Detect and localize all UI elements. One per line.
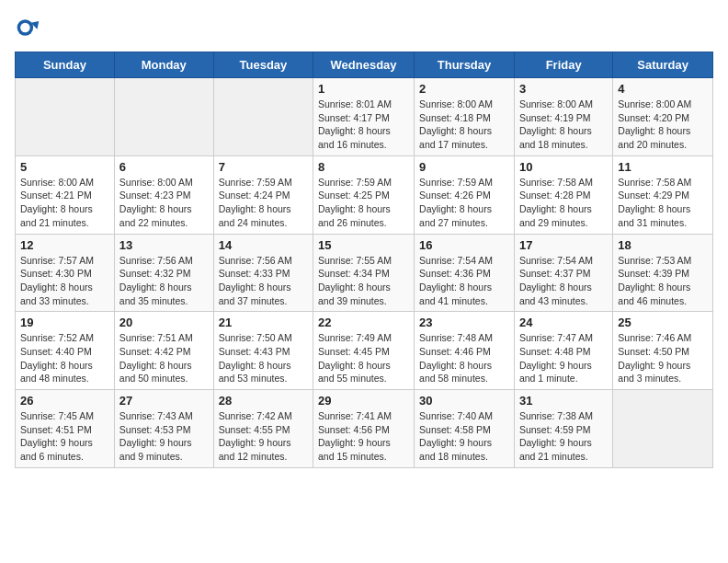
- page-header: [15, 15, 713, 40]
- calendar-cell: 16Sunrise: 7:54 AM Sunset: 4:36 PM Dayli…: [415, 234, 515, 312]
- day-number: 24: [519, 316, 608, 329]
- day-info: Sunrise: 7:56 AM Sunset: 4:33 PM Dayligh…: [219, 254, 308, 308]
- day-info: Sunrise: 7:58 AM Sunset: 4:29 PM Dayligh…: [618, 176, 708, 230]
- day-number: 13: [119, 238, 209, 252]
- calendar-cell: 2Sunrise: 8:00 AM Sunset: 4:18 PM Daylig…: [415, 78, 515, 156]
- day-number: 29: [318, 394, 409, 408]
- day-info: Sunrise: 7:43 AM Sunset: 4:53 PM Dayligh…: [119, 409, 209, 464]
- calendar-cell: 31Sunrise: 7:38 AM Sunset: 4:59 PM Dayli…: [514, 390, 612, 468]
- calendar-cell: 30Sunrise: 7:40 AM Sunset: 4:58 PM Dayli…: [415, 390, 515, 468]
- calendar-cell: 22Sunrise: 7:49 AM Sunset: 4:45 PM Dayli…: [313, 312, 415, 390]
- day-info: Sunrise: 7:40 AM Sunset: 4:58 PM Dayligh…: [419, 409, 509, 464]
- weekday-header-tuesday: Tuesday: [213, 52, 313, 78]
- calendar-cell: [213, 78, 313, 156]
- day-info: Sunrise: 7:57 AM Sunset: 4:30 PM Dayligh…: [20, 254, 109, 308]
- day-number: 8: [318, 160, 409, 174]
- calendar-cell: 5Sunrise: 8:00 AM Sunset: 4:21 PM Daylig…: [16, 155, 115, 234]
- day-number: 26: [20, 394, 109, 408]
- calendar-cell: 17Sunrise: 7:54 AM Sunset: 4:37 PM Dayli…: [514, 234, 612, 312]
- day-info: Sunrise: 7:54 AM Sunset: 4:36 PM Dayligh…: [419, 254, 509, 308]
- calendar-cell: 23Sunrise: 7:48 AM Sunset: 4:46 PM Dayli…: [415, 312, 515, 390]
- calendar-cell: 7Sunrise: 7:59 AM Sunset: 4:24 PM Daylig…: [213, 155, 313, 234]
- calendar-cell: 28Sunrise: 7:42 AM Sunset: 4:55 PM Dayli…: [213, 390, 313, 468]
- day-info: Sunrise: 7:41 AM Sunset: 4:56 PM Dayligh…: [318, 409, 409, 464]
- day-number: 31: [519, 394, 608, 408]
- calendar-cell: 13Sunrise: 7:56 AM Sunset: 4:32 PM Dayli…: [114, 234, 213, 312]
- calendar-cell: 3Sunrise: 8:00 AM Sunset: 4:19 PM Daylig…: [514, 78, 612, 156]
- weekday-header-wednesday: Wednesday: [313, 52, 415, 78]
- calendar-cell: 10Sunrise: 7:58 AM Sunset: 4:28 PM Dayli…: [514, 155, 612, 234]
- calendar-cell: 19Sunrise: 7:52 AM Sunset: 4:40 PM Dayli…: [16, 312, 115, 390]
- day-info: Sunrise: 7:38 AM Sunset: 4:59 PM Dayligh…: [519, 409, 608, 464]
- calendar-cell: 27Sunrise: 7:43 AM Sunset: 4:53 PM Dayli…: [114, 390, 213, 468]
- calendar-cell: 4Sunrise: 8:00 AM Sunset: 4:20 PM Daylig…: [613, 78, 713, 156]
- day-number: 12: [20, 238, 109, 252]
- day-number: 27: [119, 394, 209, 408]
- day-number: 21: [219, 316, 308, 329]
- day-number: 15: [318, 238, 409, 252]
- day-info: Sunrise: 7:59 AM Sunset: 4:24 PM Dayligh…: [219, 176, 308, 230]
- day-info: Sunrise: 7:46 AM Sunset: 4:50 PM Dayligh…: [618, 331, 708, 385]
- day-info: Sunrise: 7:50 AM Sunset: 4:43 PM Dayligh…: [219, 331, 308, 385]
- day-number: 2: [419, 82, 509, 96]
- day-info: Sunrise: 8:01 AM Sunset: 4:17 PM Dayligh…: [318, 98, 409, 152]
- calendar-cell: 15Sunrise: 7:55 AM Sunset: 4:34 PM Dayli…: [313, 234, 415, 312]
- day-number: 3: [519, 82, 608, 96]
- day-info: Sunrise: 7:59 AM Sunset: 4:26 PM Dayligh…: [419, 176, 509, 230]
- calendar-cell: 14Sunrise: 7:56 AM Sunset: 4:33 PM Dayli…: [213, 234, 313, 312]
- calendar-cell: [16, 78, 115, 156]
- day-number: 23: [419, 316, 509, 329]
- day-info: Sunrise: 7:56 AM Sunset: 4:32 PM Dayligh…: [119, 254, 209, 308]
- day-info: Sunrise: 7:47 AM Sunset: 4:48 PM Dayligh…: [519, 331, 608, 385]
- day-number: 30: [419, 394, 509, 408]
- svg-point-1: [20, 23, 30, 33]
- calendar-cell: [613, 390, 713, 468]
- day-info: Sunrise: 7:51 AM Sunset: 4:42 PM Dayligh…: [119, 331, 209, 385]
- calendar-cell: 26Sunrise: 7:45 AM Sunset: 4:51 PM Dayli…: [16, 390, 115, 468]
- calendar-cell: 11Sunrise: 7:58 AM Sunset: 4:29 PM Dayli…: [613, 155, 713, 234]
- day-number: 1: [318, 82, 409, 96]
- calendar-cell: 21Sunrise: 7:50 AM Sunset: 4:43 PM Dayli…: [213, 312, 313, 390]
- calendar-cell: 20Sunrise: 7:51 AM Sunset: 4:42 PM Dayli…: [114, 312, 213, 390]
- day-info: Sunrise: 7:55 AM Sunset: 4:34 PM Dayligh…: [318, 254, 409, 308]
- day-number: 18: [618, 238, 708, 252]
- day-number: 7: [219, 160, 308, 174]
- calendar-cell: 1Sunrise: 8:01 AM Sunset: 4:17 PM Daylig…: [313, 78, 415, 156]
- day-number: 28: [219, 394, 308, 408]
- day-info: Sunrise: 7:59 AM Sunset: 4:25 PM Dayligh…: [318, 176, 409, 230]
- day-number: 17: [519, 238, 608, 252]
- calendar-cell: 6Sunrise: 8:00 AM Sunset: 4:23 PM Daylig…: [114, 155, 213, 234]
- day-number: 14: [219, 238, 308, 252]
- day-info: Sunrise: 8:00 AM Sunset: 4:19 PM Dayligh…: [519, 98, 608, 152]
- day-info: Sunrise: 7:58 AM Sunset: 4:28 PM Dayligh…: [519, 176, 608, 230]
- day-info: Sunrise: 7:53 AM Sunset: 4:39 PM Dayligh…: [618, 254, 708, 308]
- calendar-cell: 24Sunrise: 7:47 AM Sunset: 4:48 PM Dayli…: [514, 312, 612, 390]
- day-info: Sunrise: 8:00 AM Sunset: 4:18 PM Dayligh…: [419, 98, 509, 152]
- logo: [15, 15, 44, 40]
- weekday-header-saturday: Saturday: [613, 52, 713, 78]
- weekday-header-thursday: Thursday: [415, 52, 515, 78]
- day-number: 10: [519, 160, 608, 174]
- weekday-header-sunday: Sunday: [16, 52, 115, 78]
- day-info: Sunrise: 8:00 AM Sunset: 4:20 PM Dayligh…: [618, 98, 708, 152]
- day-info: Sunrise: 7:52 AM Sunset: 4:40 PM Dayligh…: [20, 331, 109, 385]
- calendar-table: SundayMondayTuesdayWednesdayThursdayFrid…: [15, 52, 713, 468]
- calendar-cell: 18Sunrise: 7:53 AM Sunset: 4:39 PM Dayli…: [613, 234, 713, 312]
- calendar-cell: [114, 78, 213, 156]
- calendar-cell: 29Sunrise: 7:41 AM Sunset: 4:56 PM Dayli…: [313, 390, 415, 468]
- day-number: 9: [419, 160, 509, 174]
- day-number: 11: [618, 160, 708, 174]
- day-number: 22: [318, 316, 409, 329]
- day-number: 6: [119, 160, 209, 174]
- day-info: Sunrise: 7:42 AM Sunset: 4:55 PM Dayligh…: [219, 409, 308, 464]
- calendar-cell: 12Sunrise: 7:57 AM Sunset: 4:30 PM Dayli…: [16, 234, 115, 312]
- day-info: Sunrise: 7:45 AM Sunset: 4:51 PM Dayligh…: [20, 409, 109, 464]
- day-number: 5: [20, 160, 109, 174]
- day-number: 20: [119, 316, 209, 329]
- day-number: 19: [20, 316, 109, 329]
- day-info: Sunrise: 7:49 AM Sunset: 4:45 PM Dayligh…: [318, 331, 409, 385]
- day-number: 16: [419, 238, 509, 252]
- day-info: Sunrise: 7:54 AM Sunset: 4:37 PM Dayligh…: [519, 254, 608, 308]
- calendar-cell: 8Sunrise: 7:59 AM Sunset: 4:25 PM Daylig…: [313, 155, 415, 234]
- day-info: Sunrise: 8:00 AM Sunset: 4:23 PM Dayligh…: [119, 176, 209, 230]
